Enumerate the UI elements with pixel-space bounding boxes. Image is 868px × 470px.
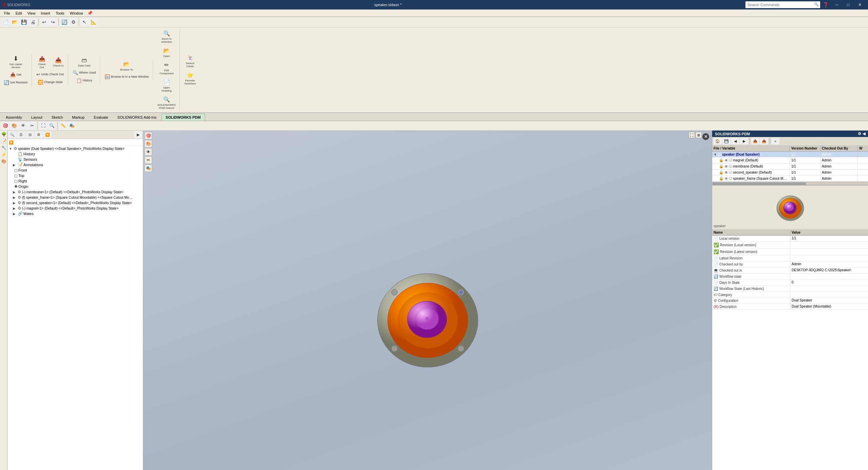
- pdm-tb-forward[interactable]: ▶: [740, 138, 748, 144]
- undo-check-out-btn[interactable]: ↩ Undo Check Out: [35, 71, 66, 78]
- tree-item-top[interactable]: ◻ Top: [7, 173, 143, 178]
- zoom-in-btn[interactable]: 🔍: [48, 121, 56, 130]
- view-appearance-icon[interactable]: 🎭: [145, 164, 152, 172]
- favorite-searches-btn[interactable]: ⭐ FavoriteSearches: [183, 71, 198, 86]
- search-commands-input[interactable]: [745, 1, 820, 8]
- pdm-tb-checkout[interactable]: 📤: [760, 138, 768, 144]
- appearance-btn[interactable]: 🎭: [68, 121, 76, 130]
- feature-tree-icon[interactable]: 🌳: [1, 131, 7, 137]
- measure-btn[interactable]: 📏: [59, 121, 67, 130]
- pdm-tb-save[interactable]: 💾: [722, 138, 731, 144]
- pdm-row-speaker-frame[interactable]: 🔒 👁 ☑ speaker_frame (Square Cutout Mou..…: [712, 176, 868, 182]
- get-btn[interactable]: 📥 Get: [8, 71, 23, 78]
- property-manager-icon[interactable]: 📝: [1, 138, 7, 144]
- pdm-search-btn[interactable]: 🔍 SOLIDWORKSPDM Search: [156, 95, 178, 111]
- change-state-btn[interactable]: 🔀 Change State: [36, 79, 64, 86]
- tree-item-speaker-frame[interactable]: ▶ ⚙ (f) speaker_frame<1> (Square Cutout …: [7, 195, 143, 200]
- tree-item-sensors[interactable]: ▶ 📡 Sensors: [7, 157, 143, 162]
- pdm-tb-back[interactable]: ◀: [731, 138, 739, 144]
- rebuild-button[interactable]: 🔄: [60, 18, 69, 26]
- browse-to-btn[interactable]: 📂 Browse To: [118, 60, 134, 73]
- tab-markup[interactable]: Markup: [68, 114, 89, 121]
- menu-edit[interactable]: Edit: [13, 11, 25, 16]
- membrane-expand[interactable]: ▶: [13, 190, 17, 194]
- tree-item-annotations[interactable]: ▶ 📝 Annotations: [7, 162, 143, 168]
- menu-insert[interactable]: Insert: [38, 11, 53, 16]
- frame-expand[interactable]: ▶: [13, 196, 17, 199]
- pdm-settings-icon[interactable]: ⚙: [858, 132, 861, 136]
- tab-layout[interactable]: Layout: [27, 114, 47, 121]
- menu-file[interactable]: File: [1, 11, 13, 16]
- tree-item-mates[interactable]: ▶ 🔗 Mates: [7, 211, 143, 216]
- appearance-manager-icon[interactable]: 🎨: [1, 158, 7, 164]
- redo-button[interactable]: ↪: [49, 18, 57, 26]
- view-orient-icon[interactable]: 🎯: [145, 132, 152, 139]
- configuration-icon[interactable]: 🔧: [1, 145, 7, 151]
- minimize-button[interactable]: ─: [831, 1, 842, 8]
- open-button[interactable]: 📂: [11, 18, 19, 26]
- section-view-btn[interactable]: ✂: [28, 121, 36, 130]
- ft-collapse-btn[interactable]: ⊟: [26, 131, 34, 138]
- ft-filter-btn[interactable]: 🔽: [43, 131, 52, 138]
- tree-item-origin[interactable]: ✚ Origin: [7, 184, 143, 189]
- zoom-fit-btn[interactable]: ⛶: [39, 121, 47, 130]
- pdm-row-membrane[interactable]: 🔒 👁 ☑ membrane (Default) 1/1 Admin: [712, 163, 868, 170]
- get-revision-btn[interactable]: 🔄 Get Revision: [2, 79, 30, 86]
- ft-list-btn[interactable]: ☰: [17, 131, 25, 138]
- pdm-row-magnet[interactable]: 🔒 👁 ☑ magnet (Default) 1/1 Admin: [712, 157, 868, 163]
- menu-window[interactable]: Window: [67, 11, 86, 16]
- tree-item-history[interactable]: ▶ 📋 History: [7, 151, 143, 157]
- tab-evaluate[interactable]: Evaluate: [89, 114, 113, 121]
- tree-item-second-speaker[interactable]: ▶ ⚙ (f) second_speaker<1> (Default) <<De…: [7, 200, 143, 205]
- open-drawing-btn[interactable]: 📄 OpenDrawing: [159, 78, 174, 94]
- check-out-btn[interactable]: 📤 CheckOut: [35, 54, 50, 70]
- ft-search-btn[interactable]: 🔍: [8, 131, 16, 138]
- data-card-btn[interactable]: 🗃 Data Card: [76, 56, 92, 68]
- menu-pin-icon[interactable]: 📌: [86, 11, 94, 16]
- pdm-row-speaker[interactable]: ▼ 🗂 speaker (Dual Speaker) 1/1 Admin: [712, 152, 868, 157]
- display-style-btn[interactable]: 🎨: [10, 121, 18, 130]
- driveworks-icon[interactable]: ⚡: [1, 152, 7, 158]
- edit-component-btn[interactable]: ✏ EditComponent: [158, 60, 175, 76]
- viewport-normal-icon[interactable]: ⛶: [689, 132, 695, 138]
- view-section-icon[interactable]: ✂: [145, 156, 152, 164]
- new-button[interactable]: 📄: [1, 18, 10, 26]
- print-button[interactable]: 🖨: [29, 18, 37, 26]
- browse-new-window-btn[interactable]: 🪟 Browse to in a New Window: [103, 73, 151, 80]
- view-orient-btn[interactable]: 🎯: [1, 121, 10, 130]
- pdm-minimize-icon[interactable]: ◀: [863, 132, 865, 136]
- pdm-tb-checkin[interactable]: 📥: [751, 138, 759, 144]
- smart-dimension[interactable]: 📐: [89, 18, 98, 26]
- tab-sketch[interactable]: Sketch: [47, 114, 68, 121]
- view-hide-icon[interactable]: 👁: [145, 148, 152, 156]
- mates-expand[interactable]: ▶: [13, 212, 17, 216]
- menu-view[interactable]: View: [25, 11, 38, 16]
- close-button[interactable]: ✕: [854, 1, 865, 8]
- tab-assembly[interactable]: Assembly: [1, 114, 26, 121]
- tree-item-magnet[interactable]: ▶ ⚙ (-) magnet<1> (Default) <<Default>_P…: [7, 205, 143, 211]
- ft-settings-btn[interactable]: ⚙: [35, 131, 43, 138]
- select-button[interactable]: ↖: [80, 18, 89, 26]
- magnet-expand[interactable]: ▶: [13, 207, 17, 210]
- zoom-selection-btn[interactable]: 🔍 Zoom toselection: [159, 29, 174, 45]
- save-button[interactable]: 💾: [20, 18, 28, 26]
- search-cards-btn[interactable]: 🃏 SearchCards: [183, 53, 198, 69]
- menu-tools[interactable]: Tools: [53, 11, 67, 16]
- where-used-btn[interactable]: 🔍 Where Used: [71, 69, 98, 76]
- root-expand[interactable]: ▼: [9, 147, 13, 151]
- get-latest-btn[interactable]: ⬇ Get LatestVersion: [7, 54, 24, 71]
- tree-item-front[interactable]: ◻ Front: [7, 168, 143, 173]
- tab-pdm[interactable]: SOLIDWORKS PDM: [161, 114, 205, 121]
- open-btn[interactable]: 📂 Open: [159, 46, 174, 59]
- pdm-hscrollbar[interactable]: [712, 182, 868, 185]
- tree-root-item[interactable]: ▼ ⚙ speaker (Dual Speaker) <<Dual Speake…: [7, 146, 143, 151]
- viewport-split-icon[interactable]: ⊞: [696, 132, 702, 138]
- close-panel-button[interactable]: ✕: [702, 133, 709, 140]
- history-btn[interactable]: 📋 History: [75, 77, 94, 84]
- tree-item-right[interactable]: ◻ Right: [7, 178, 143, 184]
- undo-button[interactable]: ↩: [40, 18, 48, 26]
- pdm-tb-home[interactable]: 🏠: [714, 138, 722, 144]
- pdm-row-second-speaker[interactable]: 🔒 👁 ☑ second_speaker (Default) 1/1 Admin: [712, 170, 868, 176]
- annotations-expand[interactable]: ▶: [13, 163, 17, 167]
- tree-item-membrane[interactable]: ▶ ⚙ (-) membrane<1> (Default) <<Default>…: [7, 189, 143, 195]
